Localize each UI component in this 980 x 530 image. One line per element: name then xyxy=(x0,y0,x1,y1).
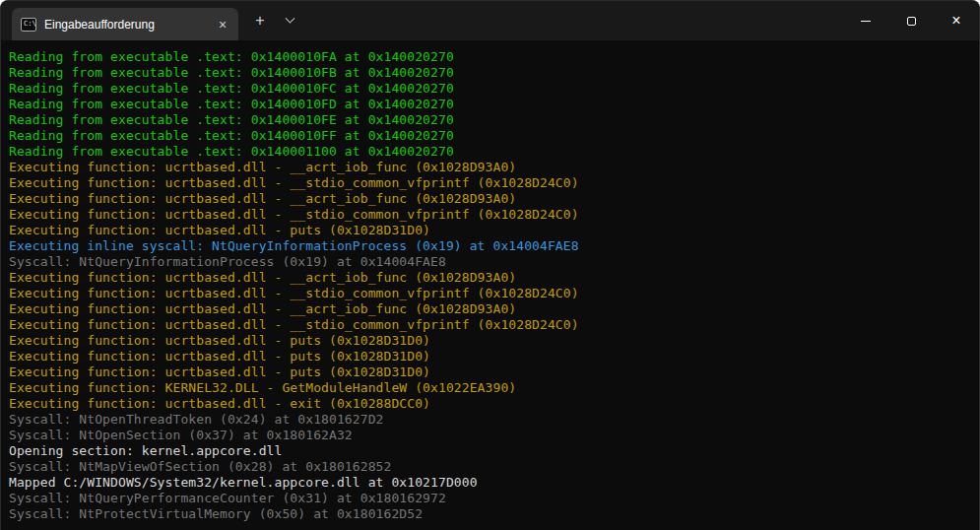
terminal-line: Syscall: NtProtectVirtualMemory (0x50) a… xyxy=(9,506,975,522)
terminal-line: Reading from executable .text: 0x1400011… xyxy=(9,144,975,160)
terminal-line: Syscall: NtQueryInformationProcess (0x19… xyxy=(9,254,975,270)
terminal-line: Executing function: ucrtbased.dll - __ac… xyxy=(9,191,975,207)
tab-controls: + xyxy=(246,7,303,34)
terminal-line: Reading from executable .text: 0x1400010… xyxy=(9,112,975,128)
terminal-line: Executing function: ucrtbased.dll - exit… xyxy=(9,396,975,412)
terminal-line: Executing inline syscall: NtQueryInforma… xyxy=(9,238,975,254)
terminal-line: Syscall: NtOpenSection (0x37) at 0x18016… xyxy=(9,428,975,443)
terminal-line: Executing function: ucrtbased.dll - __ac… xyxy=(9,301,975,317)
terminal-line: Opening section: kernel.appcore.dll xyxy=(9,443,975,459)
terminal-line: Syscall: NtQueryPerformanceCounter (0x31… xyxy=(9,491,975,506)
caption-buttons: × xyxy=(843,1,979,40)
terminal-output[interactable]: Reading from executable .text: 0x1400010… xyxy=(1,40,979,530)
close-button[interactable]: × xyxy=(934,1,979,40)
maximize-icon xyxy=(907,17,916,26)
titlebar[interactable]: C:\ Eingabeaufforderung × + × xyxy=(1,1,979,40)
terminal-line: Executing function: ucrtbased.dll - __st… xyxy=(9,207,975,223)
terminal-line: Reading from executable .text: 0x1400010… xyxy=(9,128,975,144)
terminal-line: Reading from executable .text: 0x1400010… xyxy=(9,97,975,112)
terminal-line: Executing function: ucrtbased.dll - puts… xyxy=(9,364,975,380)
tab-eingabeaufforderung[interactable]: C:\ Eingabeaufforderung × xyxy=(12,8,238,40)
cmd-icon: C:\ xyxy=(21,18,36,32)
terminal-window: C:\ Eingabeaufforderung × + × Reading fr… xyxy=(0,0,980,530)
maximize-button[interactable] xyxy=(888,1,934,40)
terminal-line: Reading from executable .text: 0x1400010… xyxy=(9,81,975,97)
terminal-line: Executing function: ucrtbased.dll - __st… xyxy=(9,317,975,333)
tab-dropdown-button[interactable] xyxy=(276,7,303,34)
terminal-line: Reading from executable .text: 0x1400010… xyxy=(9,65,975,81)
terminal-line: Executing function: ucrtbased.dll - puts… xyxy=(9,223,975,238)
close-icon: × xyxy=(951,13,960,29)
terminal-line: Executing function: ucrtbased.dll - puts… xyxy=(9,333,975,349)
terminal-line: Executing function: KERNEL32.DLL - GetMo… xyxy=(9,380,975,396)
terminal-line: Executing function: ucrtbased.dll - __ac… xyxy=(9,270,975,286)
plus-icon: + xyxy=(255,13,264,29)
terminal-line: Executing function: ucrtbased.dll - __ac… xyxy=(9,160,975,175)
minimize-button[interactable] xyxy=(843,1,888,40)
terminal-line: Syscall: NtMapViewOfSection (0x28) at 0x… xyxy=(9,459,975,475)
tab-title: Eingabeaufforderung xyxy=(44,18,205,32)
new-tab-button[interactable]: + xyxy=(246,7,274,34)
terminal-line: Executing function: ucrtbased.dll - __st… xyxy=(9,286,975,301)
terminal-line: Mapped C:/WINDOWS/System32/kernel.appcor… xyxy=(9,475,975,491)
terminal-line: Reading from executable .text: 0x1400010… xyxy=(9,49,975,65)
terminal-line: Executing function: ucrtbased.dll - puts… xyxy=(9,349,975,364)
chevron-down-icon xyxy=(285,13,294,23)
terminal-line: Syscall: NtOpenThreadToken (0x24) at 0x1… xyxy=(9,412,975,428)
minimize-icon xyxy=(861,21,871,22)
terminal-line: Executing function: ucrtbased.dll - __st… xyxy=(9,175,975,191)
tab-close-button[interactable]: × xyxy=(213,15,232,34)
